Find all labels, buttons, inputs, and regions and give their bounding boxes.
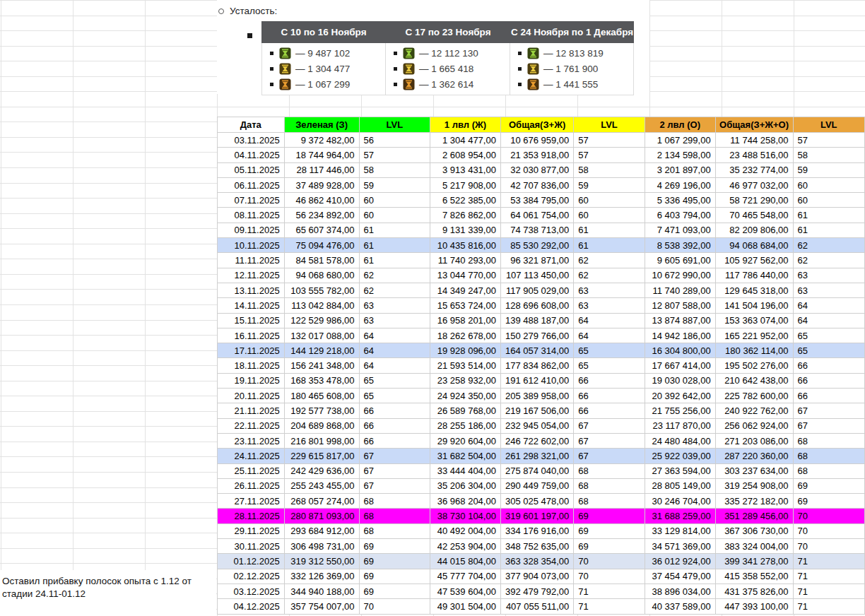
cell-orange-xp[interactable]: 25 922 039,00 <box>645 449 715 463</box>
cell-yellow-xp[interactable]: 47 539 604,00 <box>430 584 501 598</box>
cell-total-gy[interactable]: 96 321 871,00 <box>500 253 573 268</box>
cell-total-gyo[interactable]: 105 927 562,00 <box>715 253 793 268</box>
cell-total-gyo[interactable]: 447 393 100,00 <box>715 599 793 614</box>
cell-lvl-green[interactable]: 70 <box>359 599 430 614</box>
cell-lvl-orange[interactable]: 58 <box>793 148 865 162</box>
cell-lvl-orange[interactable]: 62 <box>793 253 865 268</box>
cell-lvl-green[interactable]: 62 <box>359 268 430 283</box>
cell-lvl-orange[interactable]: 67 <box>793 403 865 418</box>
cell-lvl-green[interactable]: 60 <box>359 193 430 208</box>
cell-orange-xp[interactable]: 24 480 484,00 <box>645 433 715 448</box>
cell-lvl-green[interactable]: 69 <box>359 554 430 569</box>
cell-lvl-yellow[interactable]: 66 <box>574 403 645 418</box>
cell-green-xp[interactable]: 28 117 446,00 <box>284 162 359 177</box>
cell-yellow-xp[interactable]: 11 740 293,00 <box>430 253 501 268</box>
cell-total-gy[interactable]: 261 298 321,00 <box>500 449 573 463</box>
cell-date[interactable]: 08.11.2025 <box>218 208 285 223</box>
cell-yellow-xp[interactable]: 44 015 804,00 <box>430 554 501 569</box>
cell-green-xp[interactable]: 242 429 636,00 <box>284 463 359 478</box>
cell-date[interactable]: 11.11.2025 <box>218 253 285 268</box>
cell-lvl-orange[interactable]: 71 <box>793 554 865 569</box>
cell-green-xp[interactable]: 255 243 455,00 <box>284 478 359 493</box>
cell-yellow-xp[interactable]: 31 682 504,00 <box>430 449 501 463</box>
cell-date[interactable]: 28.11.2025 <box>218 509 285 523</box>
cell-green-xp[interactable]: 293 684 912,00 <box>284 523 359 538</box>
cell-lvl-orange[interactable]: 70 <box>793 523 865 538</box>
cell-green-xp[interactable]: 84 581 578,00 <box>284 253 359 268</box>
cell-lvl-yellow[interactable]: 59 <box>574 177 645 192</box>
cell-total-gy[interactable]: 107 113 450,00 <box>500 268 573 283</box>
cell-yellow-xp[interactable]: 26 589 768,00 <box>430 403 501 418</box>
cell-total-gy[interactable]: 42 707 836,00 <box>500 177 573 192</box>
cell-date[interactable]: 03.11.2025 <box>218 133 285 148</box>
cell-green-xp[interactable]: 180 465 608,00 <box>284 389 359 403</box>
cell-lvl-yellow[interactable]: 62 <box>574 253 645 268</box>
cell-yellow-xp[interactable]: 5 217 908,00 <box>430 177 501 192</box>
cell-orange-xp[interactable]: 8 538 392,00 <box>645 238 715 253</box>
cell-lvl-yellow[interactable]: 64 <box>574 313 645 328</box>
cell-total-gyo[interactable]: 46 977 032,00 <box>715 177 793 192</box>
cell-total-gy[interactable]: 150 279 766,00 <box>500 328 573 343</box>
cell-total-gy[interactable]: 177 834 862,00 <box>500 358 573 373</box>
cell-green-xp[interactable]: 168 353 478,00 <box>284 373 359 388</box>
cell-lvl-green[interactable]: 64 <box>359 328 430 343</box>
cell-lvl-green[interactable]: 61 <box>359 238 430 253</box>
cell-orange-xp[interactable]: 19 030 028,00 <box>645 373 715 388</box>
cell-lvl-yellow[interactable]: 64 <box>574 328 645 343</box>
cell-date[interactable]: 03.12.2025 <box>218 584 285 598</box>
cell-total-gyo[interactable]: 351 289 456,00 <box>715 509 793 523</box>
cell-lvl-yellow[interactable]: 66 <box>574 373 645 388</box>
cell-total-gyo[interactable]: 180 362 114,00 <box>715 343 793 358</box>
cell-date[interactable]: 13.11.2025 <box>218 283 285 297</box>
cell-total-gy[interactable]: 334 176 916,00 <box>500 523 573 538</box>
cell-lvl-green[interactable]: 68 <box>359 509 430 523</box>
cell-yellow-xp[interactable]: 15 653 724,00 <box>430 298 501 313</box>
cell-total-gy[interactable]: 85 530 292,00 <box>500 238 573 253</box>
cell-total-gy[interactable]: 139 488 187,00 <box>500 313 573 328</box>
cell-orange-xp[interactable]: 2 134 598,00 <box>645 148 715 162</box>
cell-green-xp[interactable]: 94 068 680,00 <box>284 268 359 283</box>
cell-lvl-orange[interactable]: 68 <box>793 463 865 478</box>
cell-yellow-xp[interactable]: 13 044 770,00 <box>430 268 501 283</box>
cell-date[interactable]: 12.11.2025 <box>218 268 285 283</box>
cell-lvl-green[interactable]: 69 <box>359 584 430 598</box>
cell-lvl-green[interactable]: 56 <box>359 133 430 148</box>
cell-green-xp[interactable]: 357 754 007,00 <box>284 599 359 614</box>
cell-lvl-orange[interactable]: 69 <box>793 478 865 493</box>
cell-yellow-xp[interactable]: 14 349 247,00 <box>430 283 501 297</box>
cell-green-xp[interactable]: 18 744 964,00 <box>284 148 359 162</box>
cell-total-gy[interactable]: 232 945 054,00 <box>500 418 573 433</box>
cell-date[interactable]: 10.11.2025 <box>218 238 285 253</box>
cell-lvl-green[interactable]: 64 <box>359 343 430 358</box>
cell-green-xp[interactable]: 280 871 093,00 <box>284 509 359 523</box>
cell-date[interactable]: 15.11.2025 <box>218 313 285 328</box>
cell-orange-xp[interactable]: 21 755 256,00 <box>645 403 715 418</box>
cell-orange-xp[interactable]: 9 605 691,00 <box>645 253 715 268</box>
cell-orange-xp[interactable]: 10 672 990,00 <box>645 268 715 283</box>
cell-orange-xp[interactable]: 27 363 594,00 <box>645 463 715 478</box>
cell-total-gy[interactable]: 290 449 759,00 <box>500 478 573 493</box>
cell-total-gy[interactable]: 74 738 713,00 <box>500 223 573 237</box>
cell-green-xp[interactable]: 65 607 374,00 <box>284 223 359 237</box>
cell-lvl-orange[interactable]: 71 <box>793 569 865 584</box>
cell-yellow-xp[interactable]: 29 920 604,00 <box>430 433 501 448</box>
cell-orange-xp[interactable]: 36 012 924,00 <box>645 554 715 569</box>
cell-orange-xp[interactable]: 12 807 588,00 <box>645 298 715 313</box>
cell-lvl-green[interactable]: 66 <box>359 418 430 433</box>
cell-date[interactable]: 07.11.2025 <box>218 193 285 208</box>
cell-date[interactable]: 22.11.2025 <box>218 418 285 433</box>
cell-lvl-yellow[interactable]: 57 <box>574 148 645 162</box>
cell-green-xp[interactable]: 229 615 817,00 <box>284 449 359 463</box>
cell-green-xp[interactable]: 75 094 476,00 <box>284 238 359 253</box>
cell-date[interactable]: 14.11.2025 <box>218 298 285 313</box>
cell-yellow-xp[interactable]: 21 593 514,00 <box>430 358 501 373</box>
cell-total-gyo[interactable]: 210 642 438,00 <box>715 373 793 388</box>
cell-lvl-green[interactable]: 65 <box>359 373 430 388</box>
cell-lvl-orange[interactable]: 66 <box>793 358 865 373</box>
header-lvl-yellow[interactable]: LVL <box>574 117 645 133</box>
cell-yellow-xp[interactable]: 40 492 004,00 <box>430 523 501 538</box>
cell-lvl-green[interactable]: 68 <box>359 494 430 509</box>
cell-yellow-xp[interactable]: 1 304 477,00 <box>430 133 501 148</box>
cell-lvl-yellow[interactable]: 68 <box>574 494 645 509</box>
cell-lvl-yellow[interactable]: 65 <box>574 343 645 358</box>
